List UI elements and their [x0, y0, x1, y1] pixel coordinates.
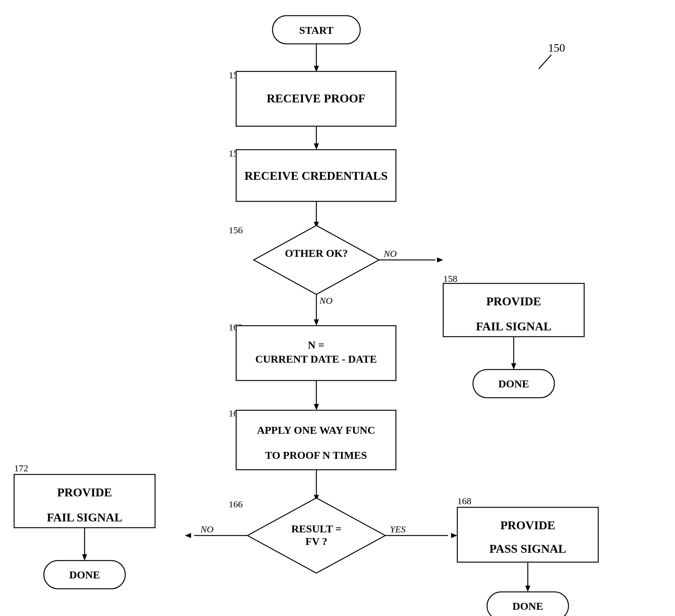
done-158-label: DONE — [498, 378, 529, 390]
start-label: START — [299, 24, 333, 36]
receive-proof-label: RECEIVE PROOF — [267, 92, 366, 105]
svg-marker-22 — [451, 533, 457, 538]
n-equals-label1: N = — [308, 339, 324, 351]
other-ok-diamond — [254, 226, 379, 294]
provide-pass-label1: PROVIDE — [500, 519, 555, 532]
apply-func-label1: APPLY ONE WAY FUNC — [257, 425, 375, 436]
apply-func-label2: TO PROOF N TIMES — [265, 449, 367, 461]
provide-fail-172-label2: FAIL SIGNAL — [47, 511, 122, 524]
receive-credentials-label: RECEIVE CREDENTIALS — [244, 169, 387, 182]
no-left-label: NO — [200, 524, 214, 534]
other-ok-label-line1: OTHER OK? — [285, 247, 348, 259]
svg-marker-24 — [525, 586, 530, 592]
done-168-label: DONE — [512, 600, 543, 612]
svg-marker-14 — [314, 404, 319, 410]
no-down-label: NO — [319, 295, 332, 306]
svg-marker-12 — [314, 319, 319, 326]
n-equals-label2: CURRENT DATE - DATE — [255, 353, 377, 365]
svg-marker-10 — [511, 363, 516, 370]
ref-172: 172 — [14, 463, 28, 473]
ref-158: 158 — [443, 274, 457, 284]
ref-150: 150 — [548, 42, 565, 54]
ref-168: 168 — [457, 496, 471, 506]
svg-marker-4 — [314, 143, 319, 150]
ref-156: 156 — [229, 225, 243, 235]
svg-marker-8 — [437, 257, 443, 262]
svg-line-0 — [539, 55, 551, 69]
provide-pass-label2: PASS SIGNAL — [489, 542, 566, 555]
yes-right-label: YES — [390, 524, 405, 534]
svg-marker-18 — [185, 533, 191, 538]
done-172-label: DONE — [69, 569, 100, 581]
ref-166: 166 — [229, 499, 243, 509]
result-fv-label2: FV ? — [305, 536, 327, 547]
provide-fail-158-label1: PROVIDE — [486, 295, 541, 308]
provide-fail-158-label2: FAIL SIGNAL — [476, 320, 551, 333]
provide-fail-172-label1: PROVIDE — [57, 486, 112, 499]
no-right-label: NO — [383, 248, 397, 259]
svg-marker-20 — [82, 554, 87, 560]
result-fv-label1: RESULT = — [291, 523, 342, 535]
